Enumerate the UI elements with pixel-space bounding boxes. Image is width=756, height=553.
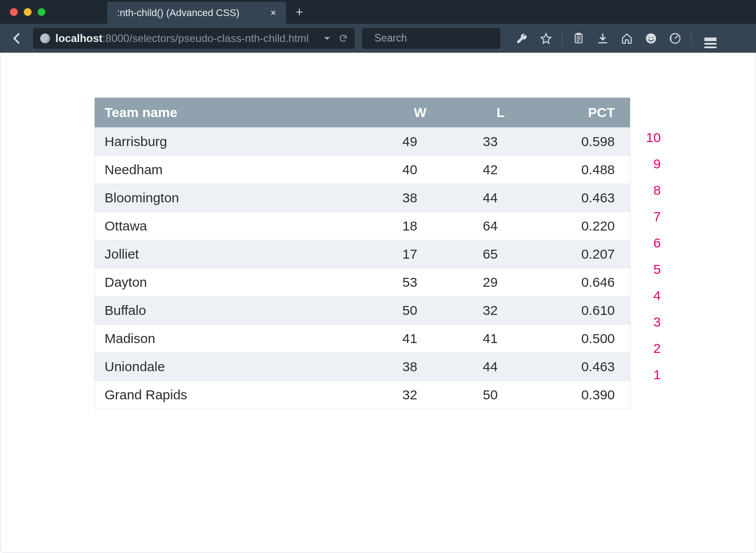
cell-team: Dayton bbox=[95, 268, 380, 297]
toolbar-icons bbox=[511, 29, 721, 47]
table-row: Uniondale38440.463 bbox=[95, 353, 630, 381]
svg-rect-3 bbox=[577, 33, 581, 35]
url-bar[interactable]: localhost:8000/selectors/pseudo-class-nt… bbox=[33, 28, 355, 49]
home-icon bbox=[621, 33, 633, 44]
chevron-down-icon[interactable] bbox=[323, 34, 332, 43]
globe-icon bbox=[40, 34, 50, 43]
cell-l: 33 bbox=[461, 128, 541, 156]
row-index: 1 bbox=[641, 361, 661, 388]
feedback-button[interactable] bbox=[640, 29, 662, 47]
arrow-left-icon bbox=[10, 32, 24, 45]
cell-l: 44 bbox=[461, 184, 541, 212]
cell-w: 49 bbox=[380, 128, 461, 156]
cell-l: 64 bbox=[461, 212, 541, 240]
row-index: 2 bbox=[641, 335, 661, 361]
standings-table: Team name W L PCT Harrisburg49330.598Nee… bbox=[94, 97, 630, 409]
col-team: Team name bbox=[95, 98, 380, 128]
cell-w: 53 bbox=[380, 268, 461, 297]
cell-w: 38 bbox=[380, 184, 461, 212]
reading-list-button[interactable] bbox=[568, 29, 589, 47]
cell-team: Grand Rapids bbox=[95, 381, 380, 409]
col-pct: PCT bbox=[541, 98, 630, 128]
table-row: Harrisburg49330.598 bbox=[95, 128, 630, 156]
row-index: 4 bbox=[641, 282, 661, 309]
search-box[interactable] bbox=[362, 28, 500, 49]
table-row: Madison41410.500 bbox=[95, 325, 630, 353]
svg-point-7 bbox=[646, 34, 656, 43]
browser-tab[interactable]: :nth-child() (Advanced CSS) × bbox=[107, 2, 286, 24]
cell-team: Harrisburg bbox=[95, 128, 380, 156]
svg-point-8 bbox=[648, 37, 650, 38]
page-viewport[interactable]: Team name W L PCT Harrisburg49330.598Nee… bbox=[0, 53, 756, 553]
cell-l: 41 bbox=[461, 325, 541, 353]
devtools-button[interactable] bbox=[511, 29, 533, 47]
toolbar-divider bbox=[562, 30, 563, 46]
new-tab-button[interactable]: + bbox=[286, 0, 313, 24]
table-row: Needham40420.488 bbox=[95, 156, 630, 184]
cell-pct: 0.500 bbox=[541, 325, 630, 353]
col-l: L bbox=[461, 98, 541, 128]
toolbar: localhost:8000/selectors/pseudo-class-nt… bbox=[0, 24, 756, 53]
browser-chrome: :nth-child() (Advanced CSS) × + localhos… bbox=[0, 0, 756, 53]
cell-team: Buffalo bbox=[95, 297, 380, 325]
cell-l: 44 bbox=[461, 353, 541, 381]
cell-w: 38 bbox=[380, 353, 461, 381]
row-index: 6 bbox=[641, 230, 661, 256]
url-host: localhost bbox=[55, 32, 102, 44]
row-index-column: 10987654321 bbox=[641, 97, 661, 388]
cell-l: 65 bbox=[461, 240, 541, 268]
cell-l: 50 bbox=[461, 381, 541, 409]
cell-pct: 0.207 bbox=[541, 240, 630, 268]
download-icon bbox=[597, 33, 609, 44]
table-row: Grand Rapids32500.390 bbox=[95, 381, 630, 409]
wrench-icon bbox=[516, 33, 528, 44]
window-maximize-button[interactable] bbox=[38, 8, 46, 16]
cell-pct: 0.488 bbox=[541, 156, 630, 184]
cell-team: Madison bbox=[95, 325, 380, 353]
extensions-button[interactable] bbox=[664, 29, 686, 47]
cell-w: 50 bbox=[380, 297, 461, 325]
window-minimize-button[interactable] bbox=[24, 8, 32, 16]
col-w: W bbox=[380, 98, 461, 128]
cell-pct: 0.463 bbox=[541, 184, 630, 212]
window-close-button[interactable] bbox=[10, 8, 18, 16]
reload-icon[interactable] bbox=[339, 34, 348, 43]
cell-pct: 0.610 bbox=[541, 297, 630, 325]
row-index: 3 bbox=[641, 309, 661, 335]
cell-team: Ottawa bbox=[95, 212, 380, 240]
star-icon bbox=[540, 33, 552, 44]
table-header-row: Team name W L PCT bbox=[95, 98, 630, 128]
hamburger-icon bbox=[704, 38, 717, 39]
back-button[interactable] bbox=[8, 29, 26, 47]
cell-pct: 0.220 bbox=[541, 212, 630, 240]
table-row: Jolliet17650.207 bbox=[95, 240, 630, 268]
cell-l: 32 bbox=[461, 297, 541, 325]
svg-point-9 bbox=[652, 37, 653, 38]
row-index: 10 bbox=[641, 124, 661, 151]
url-path: :8000/selectors/pseudo-class-nth-child.h… bbox=[102, 32, 309, 44]
row-index: 5 bbox=[641, 256, 661, 282]
cell-team: Bloomington bbox=[95, 184, 380, 212]
table-row: Ottawa18640.220 bbox=[95, 212, 630, 240]
url-input[interactable]: localhost:8000/selectors/pseudo-class-nt… bbox=[55, 32, 317, 45]
search-input[interactable] bbox=[374, 32, 506, 44]
downloads-button[interactable] bbox=[592, 29, 613, 47]
cell-w: 41 bbox=[380, 325, 461, 353]
home-button[interactable] bbox=[616, 29, 638, 47]
cell-l: 29 bbox=[461, 268, 541, 297]
cell-w: 32 bbox=[380, 381, 461, 409]
cell-w: 40 bbox=[380, 156, 461, 184]
cell-team: Jolliet bbox=[95, 240, 380, 268]
tab-strip: :nth-child() (Advanced CSS) × + bbox=[0, 0, 756, 24]
table-row: Buffalo50320.610 bbox=[95, 297, 630, 325]
cell-pct: 0.463 bbox=[541, 353, 630, 381]
cell-w: 18 bbox=[380, 212, 461, 240]
close-tab-button[interactable]: × bbox=[270, 7, 276, 19]
cell-pct: 0.646 bbox=[541, 268, 630, 297]
cell-pct: 0.390 bbox=[541, 381, 630, 409]
table-row: Dayton53290.646 bbox=[95, 268, 630, 297]
bookmark-button[interactable] bbox=[535, 29, 557, 47]
row-index: 8 bbox=[641, 177, 661, 203]
cell-l: 42 bbox=[461, 156, 541, 184]
menu-button[interactable] bbox=[700, 29, 721, 47]
